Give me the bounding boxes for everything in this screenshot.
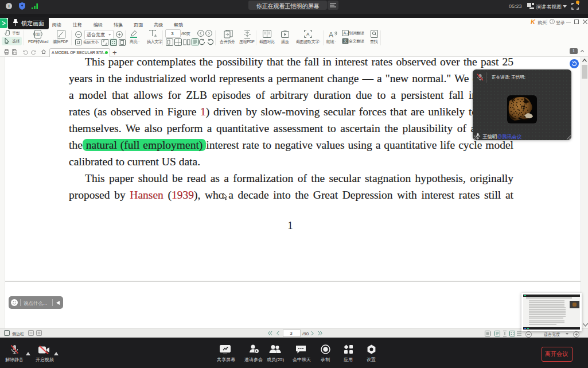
svg-text:A: A bbox=[306, 32, 310, 37]
svg-text:文: 文 bbox=[344, 38, 348, 43]
svg-text:A: A bbox=[329, 31, 333, 38]
svg-text:W: W bbox=[37, 33, 40, 36]
svg-text:A: A bbox=[344, 31, 346, 35]
